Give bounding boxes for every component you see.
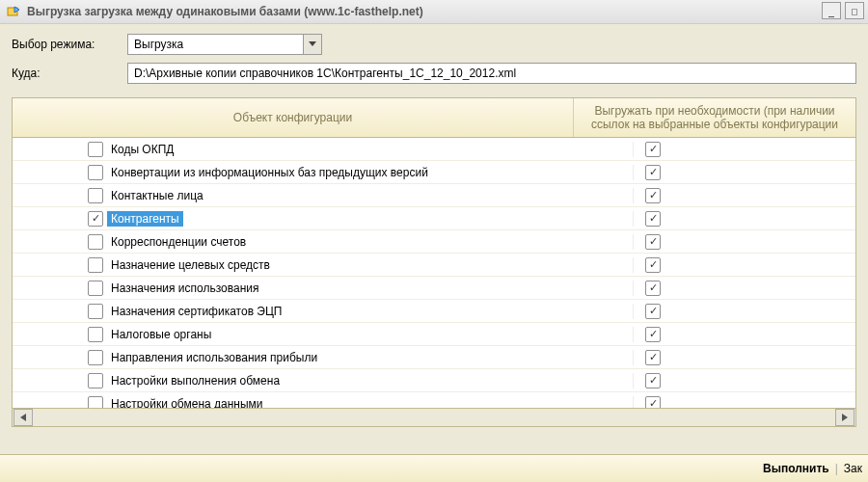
export-checkbox[interactable] bbox=[645, 257, 661, 273]
object-label: Контрагенты bbox=[107, 211, 183, 227]
app-icon bbox=[6, 4, 21, 19]
path-input[interactable]: D:\Архивные копии справочников 1С\Контра… bbox=[127, 63, 856, 84]
object-label: Контактные лица bbox=[107, 188, 207, 203]
object-label: Коды ОКПД bbox=[107, 142, 177, 157]
table-row[interactable]: Контактные лица bbox=[13, 184, 855, 207]
path-row: Куда: D:\Архивные копии справочников 1С\… bbox=[12, 63, 856, 84]
form-area: Выбор режима: Выгрузка Куда: D:\Архивные… bbox=[0, 24, 868, 97]
execute-button[interactable]: Выполнить bbox=[763, 462, 829, 475]
export-checkbox[interactable] bbox=[645, 165, 661, 180]
table-row[interactable]: Корреспонденции счетов bbox=[13, 230, 855, 254]
export-checkbox[interactable] bbox=[645, 327, 661, 342]
titlebar: Выгрузка загрузка между одинаковыми база… bbox=[0, 0, 868, 24]
export-checkbox[interactable] bbox=[645, 373, 661, 388]
object-label: Направления использования прибыли bbox=[107, 350, 321, 365]
object-checkbox[interactable] bbox=[88, 304, 103, 319]
object-checkbox[interactable] bbox=[88, 142, 103, 157]
horizontal-scrollbar[interactable] bbox=[13, 408, 855, 426]
object-label: Конвертации из информационных баз предыд… bbox=[107, 165, 432, 180]
config-grid: Объект конфигурации Выгружать при необхо… bbox=[12, 97, 856, 427]
object-checkbox[interactable] bbox=[88, 165, 103, 180]
object-checkbox[interactable] bbox=[88, 350, 103, 365]
export-checkbox[interactable] bbox=[645, 142, 661, 157]
table-row[interactable]: Конвертации из информационных баз предыд… bbox=[13, 161, 855, 184]
export-checkbox[interactable] bbox=[645, 234, 661, 250]
export-checkbox[interactable] bbox=[645, 281, 661, 296]
table-row[interactable]: Контрагенты bbox=[13, 207, 855, 230]
object-label: Налоговые органы bbox=[107, 327, 215, 342]
object-checkbox[interactable] bbox=[88, 234, 103, 250]
window-title: Выгрузка загрузка между одинаковыми база… bbox=[27, 5, 423, 18]
export-checkbox[interactable] bbox=[645, 350, 661, 365]
object-checkbox[interactable] bbox=[88, 211, 103, 227]
triangle-left-icon bbox=[20, 414, 26, 421]
object-checkbox[interactable] bbox=[88, 188, 103, 203]
column-header-object[interactable]: Объект конфигурации bbox=[13, 98, 574, 137]
mode-select-value: Выгрузка bbox=[128, 35, 303, 54]
object-label: Назначение целевых средств bbox=[107, 257, 274, 273]
table-row[interactable]: Назначения сертификатов ЭЦП bbox=[13, 300, 855, 323]
mode-label: Выбор режима: bbox=[12, 38, 127, 51]
object-label: Настройки обмена данными bbox=[107, 396, 267, 409]
table-row[interactable]: Налоговые органы bbox=[13, 323, 855, 346]
object-checkbox[interactable] bbox=[88, 257, 103, 273]
object-checkbox[interactable] bbox=[88, 327, 103, 342]
close-button[interactable]: Зак bbox=[844, 462, 862, 475]
object-checkbox[interactable] bbox=[88, 281, 103, 296]
minimize-button[interactable]: _ bbox=[822, 2, 841, 19]
column-header-export[interactable]: Выгружать при необходимости (при наличии… bbox=[574, 98, 855, 137]
scroll-left-button[interactable] bbox=[14, 409, 33, 426]
object-checkbox[interactable] bbox=[88, 396, 103, 409]
separator: | bbox=[835, 462, 838, 475]
table-row[interactable]: Назначения использования bbox=[13, 277, 855, 300]
window: Выгрузка загрузка между одинаковыми база… bbox=[0, 0, 868, 482]
mode-row: Выбор режима: Выгрузка bbox=[12, 34, 856, 55]
triangle-right-icon bbox=[842, 414, 848, 421]
path-label: Куда: bbox=[12, 67, 127, 80]
export-checkbox[interactable] bbox=[645, 304, 661, 319]
table-row[interactable]: Направления использования прибыли bbox=[13, 346, 855, 369]
table-row[interactable]: Назначение целевых средств bbox=[13, 254, 855, 277]
export-checkbox[interactable] bbox=[645, 188, 661, 203]
object-label: Назначения использования bbox=[107, 281, 262, 296]
export-checkbox[interactable] bbox=[645, 211, 661, 227]
window-controls: _ □ bbox=[822, 2, 864, 19]
object-label: Назначения сертификатов ЭЦП bbox=[107, 304, 286, 319]
mode-select[interactable]: Выгрузка bbox=[127, 34, 322, 55]
export-checkbox[interactable] bbox=[645, 396, 661, 409]
bottom-toolbar: Выполнить | Зак bbox=[0, 454, 868, 482]
object-checkbox[interactable] bbox=[88, 373, 103, 388]
maximize-button[interactable]: □ bbox=[845, 2, 864, 19]
grid-body: Коды ОКПДКонвертации из информационных б… bbox=[13, 138, 855, 408]
table-row[interactable]: Коды ОКПД bbox=[13, 138, 855, 161]
chevron-down-icon bbox=[309, 41, 316, 47]
table-row[interactable]: Настройки обмена данными bbox=[13, 392, 855, 408]
scroll-right-button[interactable] bbox=[835, 409, 854, 426]
mode-select-dropdown-button[interactable] bbox=[303, 35, 321, 54]
grid-header: Объект конфигурации Выгружать при необхо… bbox=[13, 98, 855, 138]
object-label: Настройки выполнения обмена bbox=[107, 373, 284, 388]
object-label: Корреспонденции счетов bbox=[107, 234, 250, 250]
table-row[interactable]: Настройки выполнения обмена bbox=[13, 369, 855, 392]
